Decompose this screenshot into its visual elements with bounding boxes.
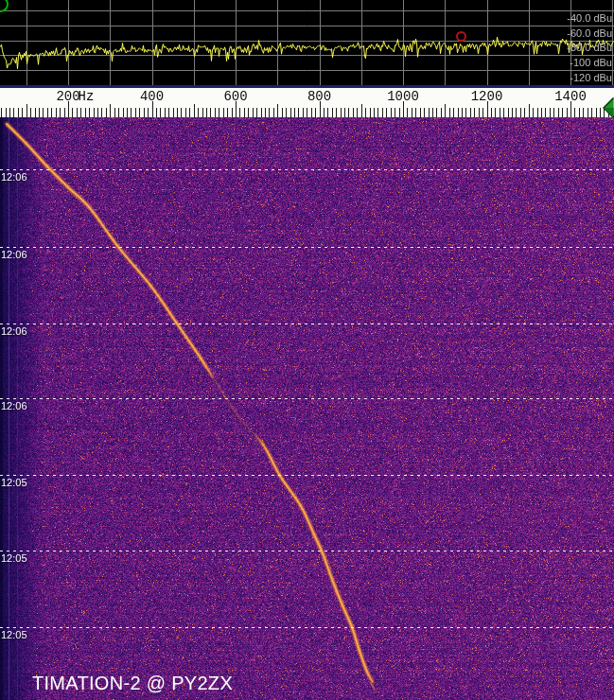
time-label: 12:06 (1, 171, 27, 183)
sdr-spectrogram-app: -40.0 dBu-60.0 dBu-80.0 dBu-100 dBu-120 … (0, 0, 614, 700)
waterfall-panel: 12:0612:0612:0612:0612:0512:0512:05 TIMA… (0, 117, 614, 700)
time-label: 12:06 (1, 249, 27, 260)
frequency-label: 800 (307, 90, 331, 103)
db-label: -100 dBu (570, 58, 612, 68)
frequency-label: 200 (56, 90, 79, 103)
tuning-indicator-icon[interactable] (603, 97, 614, 118)
frequency-ruler[interactable]: 200400600800100012001400Hz (0, 85, 614, 117)
time-gridline (0, 324, 614, 324)
time-gridline (0, 627, 614, 628)
time-gridline (0, 551, 614, 551)
peak-marker-icon[interactable] (456, 31, 466, 42)
frequency-label: 1400 (554, 90, 587, 103)
time-label: 12:06 (1, 325, 27, 337)
db-label: -40.0 dBu (567, 13, 612, 24)
frequency-label: 400 (140, 90, 164, 103)
time-label: 12:05 (1, 477, 27, 488)
spectrum-panel: -40.0 dBu-60.0 dBu-80.0 dBu-100 dBu-120 … (0, 0, 614, 85)
waterfall-canvas[interactable] (0, 117, 614, 700)
frequency-label: 1000 (387, 90, 419, 103)
time-label: 12:05 (1, 629, 27, 640)
time-gridline (0, 398, 614, 399)
frequency-unit-label: Hz (79, 90, 95, 103)
db-label: -80.0 dBu (567, 43, 612, 53)
time-gridline (0, 169, 614, 170)
frequency-label: 600 (223, 90, 247, 103)
time-gridline (0, 475, 614, 476)
spectrum-canvas[interactable] (0, 0, 614, 85)
time-gridline (0, 247, 614, 248)
frequency-label: 1200 (471, 90, 503, 103)
annotation-block: TIMATION-2 @ PY2ZX (OPS 7613 P/L 1) 28 d… (32, 629, 233, 700)
time-label: 12:05 (1, 552, 27, 564)
annotation-satellite: TIMATION-2 @ PY2ZX (32, 673, 233, 694)
time-label: 12:06 (1, 400, 27, 411)
db-label: -120 dBu (570, 73, 612, 83)
db-label: -60.0 dBu (567, 28, 612, 39)
